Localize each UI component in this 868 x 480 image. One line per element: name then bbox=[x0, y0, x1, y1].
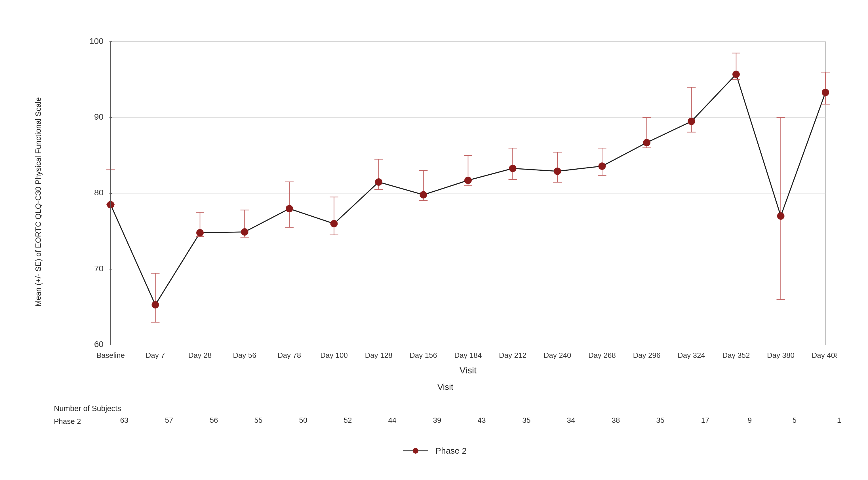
svg-text:Baseline: Baseline bbox=[96, 351, 125, 359]
count-0: 63 bbox=[120, 416, 128, 425]
legend-line-svg bbox=[401, 447, 430, 455]
count-7: 39 bbox=[433, 416, 441, 425]
svg-text:Visit: Visit bbox=[460, 365, 476, 375]
chart-svg: 100 90 80 70 60 Baseline Day 7 Day 28 Da… bbox=[54, 25, 837, 379]
svg-text:80: 80 bbox=[94, 188, 103, 197]
svg-point-78 bbox=[554, 168, 561, 174]
count-9: 35 bbox=[523, 416, 531, 425]
subjects-label: Number of Subjects bbox=[54, 404, 837, 413]
svg-text:Day 240: Day 240 bbox=[544, 351, 571, 359]
svg-point-74 bbox=[509, 165, 516, 172]
svg-point-42 bbox=[152, 301, 159, 308]
count-15: 5 bbox=[793, 416, 797, 425]
x-axis-label: Visit bbox=[54, 382, 837, 392]
svg-point-66 bbox=[420, 191, 427, 198]
svg-point-62 bbox=[375, 179, 382, 185]
y-axis-label: Mean (+/- SE) of EORTC QLQ-C30 Physical … bbox=[34, 108, 43, 307]
svg-text:Day 128: Day 128 bbox=[365, 351, 393, 359]
count-1: 57 bbox=[165, 416, 173, 425]
svg-point-94 bbox=[733, 71, 740, 78]
svg-text:90: 90 bbox=[94, 112, 103, 121]
svg-point-106 bbox=[413, 448, 418, 453]
svg-point-102 bbox=[822, 89, 829, 96]
svg-point-90 bbox=[688, 118, 695, 125]
legend-label: Phase 2 bbox=[435, 446, 467, 456]
count-10: 34 bbox=[567, 416, 575, 425]
svg-text:Day 268: Day 268 bbox=[588, 351, 616, 359]
svg-point-82 bbox=[599, 163, 606, 169]
svg-text:Day 408: Day 408 bbox=[812, 351, 837, 359]
svg-text:Day 184: Day 184 bbox=[455, 351, 482, 359]
count-2: 56 bbox=[210, 416, 218, 425]
svg-text:100: 100 bbox=[89, 36, 103, 46]
svg-point-54 bbox=[286, 205, 293, 212]
count-11: 38 bbox=[612, 416, 620, 425]
count-14: 9 bbox=[748, 416, 752, 425]
svg-text:Day 7: Day 7 bbox=[146, 351, 165, 359]
count-8: 43 bbox=[478, 416, 486, 425]
svg-point-70 bbox=[465, 177, 471, 184]
svg-point-46 bbox=[196, 229, 204, 236]
svg-point-86 bbox=[643, 139, 650, 146]
svg-text:70: 70 bbox=[94, 264, 103, 273]
svg-text:Day 380: Day 380 bbox=[767, 351, 795, 359]
count-3: 55 bbox=[254, 416, 263, 425]
svg-point-98 bbox=[777, 213, 784, 219]
legend-container: Phase 2 bbox=[23, 446, 845, 456]
count-5: 52 bbox=[344, 416, 352, 425]
svg-text:Day 156: Day 156 bbox=[410, 351, 437, 359]
svg-text:Day 28: Day 28 bbox=[188, 351, 212, 359]
svg-text:60: 60 bbox=[94, 340, 103, 349]
subjects-section: Number of Subjects Phase 2 63 57 56 55 5… bbox=[54, 404, 837, 427]
svg-point-50 bbox=[241, 228, 248, 235]
phase-row-label: Phase 2 bbox=[54, 417, 99, 426]
svg-text:Day 78: Day 78 bbox=[278, 351, 301, 359]
svg-text:Day 212: Day 212 bbox=[499, 351, 526, 359]
svg-text:Day 56: Day 56 bbox=[233, 351, 256, 359]
svg-text:Day 296: Day 296 bbox=[633, 351, 661, 359]
count-6: 44 bbox=[388, 416, 397, 425]
count-16: 1 bbox=[837, 416, 841, 425]
svg-text:Day 100: Day 100 bbox=[320, 351, 348, 359]
chart-container: Mean (+/- SE) of EORTC QLQ-C30 Physical … bbox=[23, 16, 845, 464]
count-12: 35 bbox=[656, 416, 664, 425]
svg-text:Day 352: Day 352 bbox=[722, 351, 750, 359]
svg-text:Day 324: Day 324 bbox=[678, 351, 705, 359]
count-4: 50 bbox=[299, 416, 308, 425]
count-13: 17 bbox=[701, 416, 709, 425]
svg-point-58 bbox=[331, 220, 338, 227]
